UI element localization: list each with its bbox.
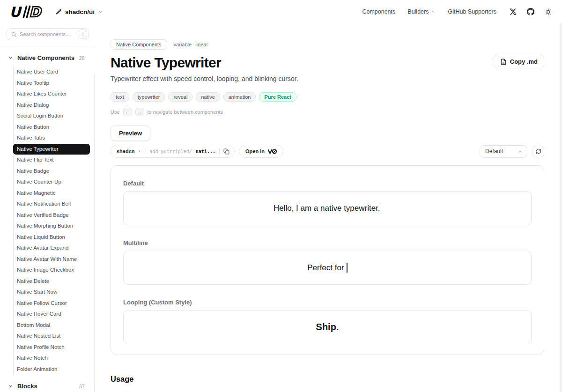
sidebar-item[interactable]: Native Counter Up bbox=[13, 177, 90, 188]
sidebar-item[interactable]: Native Nested List bbox=[13, 331, 90, 342]
breadcrumb: Native Components variable linear bbox=[111, 39, 544, 50]
copy-md-button[interactable]: Copy .md bbox=[494, 55, 544, 68]
hint-prefix: Use bbox=[111, 109, 120, 115]
package-manager-select[interactable]: shadcn bbox=[117, 148, 142, 154]
breadcrumb-category-chip[interactable]: Native Components bbox=[111, 39, 167, 50]
example-label: Multiline bbox=[123, 239, 532, 246]
nav-github-supporters[interactable]: GitHub Supporters bbox=[448, 8, 496, 15]
install-command-prefix: add @uitripled/ bbox=[150, 149, 192, 154]
breadcrumb-variable: variable bbox=[174, 42, 192, 47]
sidebar-section-header[interactable]: Native Components 28 bbox=[6, 51, 90, 65]
sidebar-item[interactable]: Native Image Checkbox bbox=[13, 265, 90, 276]
sidebar-item[interactable]: Native Button bbox=[13, 122, 90, 133]
sidebar-section-native-components: Native Components 28 Native User Card Na… bbox=[0, 46, 96, 375]
package-manager-label: shadcn bbox=[117, 148, 135, 154]
component-list: Native User Card Native Tooltip Native L… bbox=[13, 67, 90, 375]
install-toolbar: shadcn add @uitripled/ nati... Open in bbox=[111, 145, 544, 158]
typewriter-example: Multiline Perfect for bbox=[123, 239, 532, 285]
typewriter-demo-box: Perfect for bbox=[123, 251, 532, 285]
sidebar-item[interactable]: Native Start Now bbox=[13, 287, 90, 298]
sidebar-item[interactable]: Native Hover Card bbox=[13, 309, 90, 320]
tag-chip: animation bbox=[223, 92, 256, 102]
typewriter-text: Ship. bbox=[316, 322, 339, 333]
sidebar-item[interactable]: Native Notch bbox=[13, 353, 90, 364]
copy-command-button[interactable] bbox=[223, 148, 229, 155]
chevron-down-icon bbox=[431, 9, 436, 14]
sidebar-item[interactable]: Native Verified Badge bbox=[13, 210, 90, 221]
typewriter-example: Looping (Custom Style) Ship. bbox=[123, 299, 532, 344]
sidebar-item[interactable]: Native Likes Counter bbox=[13, 89, 90, 100]
x-logo-icon[interactable] bbox=[510, 8, 517, 15]
chevron-down-icon bbox=[8, 384, 13, 389]
sidebar-collapse-button[interactable] bbox=[78, 30, 87, 39]
example-label: Default bbox=[123, 180, 532, 187]
sidebar-item[interactable]: Native Flip Text bbox=[13, 155, 90, 166]
tags-row: text typewriter reveal native animation … bbox=[111, 92, 544, 102]
nav-builders[interactable]: Builders bbox=[407, 8, 436, 15]
variant-select[interactable]: Default bbox=[480, 145, 527, 158]
copy-md-label: Copy .md bbox=[510, 58, 538, 65]
hint-suffix: to navigate between components bbox=[148, 109, 223, 115]
install-command-component: nati... bbox=[196, 149, 215, 154]
section-count-badge: 28 bbox=[79, 55, 88, 61]
sidebar-item[interactable]: Native Tabs bbox=[13, 133, 90, 144]
pen-icon bbox=[56, 9, 62, 15]
sidebar-item[interactable]: Native Follow Cursor bbox=[13, 298, 90, 309]
typewriter-demo-box: Hello, I am a native typewriter. bbox=[123, 191, 532, 225]
chevron-down-icon bbox=[8, 55, 13, 60]
sidebar-scrollbar[interactable] bbox=[94, 74, 95, 392]
search-icon bbox=[11, 32, 16, 37]
arrow-left-key[interactable]: ← bbox=[123, 108, 132, 116]
chevron-down-icon bbox=[518, 149, 523, 154]
section-label: Native Components bbox=[17, 54, 75, 61]
sidebar-item[interactable]: Native Avatar With Name bbox=[13, 254, 90, 265]
sidebar-item[interactable]: Folder Animation bbox=[13, 364, 90, 375]
v0-logo-icon bbox=[268, 149, 277, 154]
copy-icon bbox=[223, 148, 229, 155]
nav-components[interactable]: Components bbox=[362, 8, 395, 15]
page-scrollbar[interactable] bbox=[560, 23, 562, 392]
theme-toggle-sun-icon[interactable] bbox=[545, 8, 552, 15]
sidebar-item[interactable]: Native Morphing Button bbox=[13, 221, 90, 232]
github-icon[interactable] bbox=[527, 8, 534, 15]
sidebar-item[interactable]: Native Liquid Button bbox=[13, 232, 90, 243]
svg-text:U: U bbox=[9, 4, 22, 20]
uitripled-logo-icon: U D bbox=[9, 3, 44, 20]
component-preview-card: Default Hello, I am a native typewriter.… bbox=[111, 165, 544, 355]
sidebar-item[interactable]: Native Badge bbox=[13, 166, 90, 177]
usage-heading: Usage bbox=[111, 375, 544, 384]
search-box bbox=[7, 28, 89, 40]
page-title: Native Typewriter bbox=[111, 55, 221, 71]
sidebar-item[interactable]: Native Typewriter bbox=[13, 144, 90, 155]
registry-label: shadcn/ui bbox=[65, 8, 95, 15]
arrow-right-key[interactable]: → bbox=[135, 108, 144, 116]
divider bbox=[146, 148, 146, 155]
tag-chip: typewriter bbox=[133, 92, 165, 102]
open-in-v0-button[interactable]: Open in bbox=[239, 145, 283, 158]
uitripled-logo[interactable]: U D bbox=[9, 3, 44, 20]
registry-switcher[interactable]: shadcn/ui bbox=[56, 8, 103, 15]
sidebar-item[interactable]: Native User Card bbox=[13, 67, 90, 78]
search-input[interactable] bbox=[20, 31, 74, 37]
refresh-icon bbox=[536, 148, 541, 154]
install-command-bar: shadcn add @uitripled/ nati... bbox=[111, 145, 235, 158]
sidebar-item[interactable]: Native Dialog bbox=[13, 100, 90, 111]
tag-chip: reveal bbox=[168, 92, 192, 102]
tag-chip: native bbox=[196, 92, 220, 102]
sidebar-item[interactable]: Native Notification Bell bbox=[13, 199, 90, 210]
section-count-badge: 37 bbox=[79, 384, 88, 389]
sidebar: Native Components 28 Native User Card Na… bbox=[0, 23, 96, 392]
refresh-preview-button[interactable] bbox=[532, 146, 544, 157]
sidebar-item[interactable]: Social Login Button bbox=[13, 111, 90, 122]
typewriter-example: Default Hello, I am a native typewriter. bbox=[123, 180, 532, 225]
sidebar-item[interactable]: Native Delete bbox=[13, 276, 90, 287]
sidebar-item[interactable]: Native Magnetic bbox=[13, 188, 90, 199]
sidebar-item[interactable]: Native Avatar Expand bbox=[13, 243, 90, 254]
page-description: Typewriter effect with speed control, lo… bbox=[111, 75, 544, 82]
header-divider bbox=[49, 7, 49, 17]
sidebar-item[interactable]: Native Profile Notch bbox=[13, 342, 90, 353]
sidebar-item[interactable]: Native Tooltip bbox=[13, 78, 90, 89]
sidebar-section-header[interactable]: Blocks 37 bbox=[6, 379, 90, 392]
sidebar-item[interactable]: Bottom Modal bbox=[13, 320, 90, 331]
tab-preview[interactable]: Preview bbox=[111, 126, 150, 141]
